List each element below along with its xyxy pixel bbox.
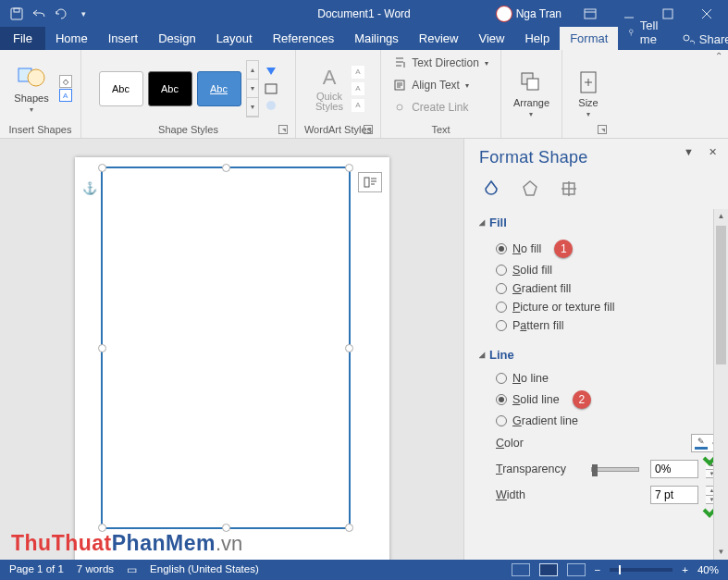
fill-option-gradient[interactable]: Gradient fill xyxy=(479,279,719,298)
tab-insert[interactable]: Insert xyxy=(98,27,149,50)
line-color-label: Color xyxy=(496,437,684,450)
create-link-button: Create Link xyxy=(393,97,468,117)
close-button[interactable] xyxy=(691,0,722,27)
shape-fill-icon[interactable] xyxy=(264,66,278,79)
transparency-input[interactable] xyxy=(650,460,698,478)
zoom-out-button[interactable]: − xyxy=(595,564,601,575)
anchor-icon: ⚓ xyxy=(82,181,97,195)
svg-rect-16 xyxy=(527,79,538,90)
svg-rect-2 xyxy=(585,9,596,19)
wordart-quick-styles: A Quick Styles xyxy=(312,66,347,112)
pane-menu-icon[interactable]: ▼ xyxy=(684,146,694,158)
format-shape-pane: ▼✕ Format Shape Fill No fill1 Solid fill… xyxy=(463,139,728,560)
tab-file[interactable]: File xyxy=(0,27,45,50)
fill-section-header[interactable]: Fill xyxy=(479,216,719,229)
undo-icon[interactable] xyxy=(31,6,46,21)
line-option-no-line[interactable]: No line xyxy=(479,369,719,388)
transparency-slider[interactable] xyxy=(591,467,639,472)
fill-option-no-fill[interactable]: No fill1 xyxy=(479,237,719,261)
shape-style-more[interactable]: ▴▾▾ xyxy=(246,60,259,117)
line-option-gradient[interactable]: Gradient line xyxy=(479,412,719,430)
line-transparency-label: Transparency xyxy=(496,463,584,475)
svg-rect-1 xyxy=(14,8,19,12)
user-name: Nga Tran xyxy=(516,7,561,20)
save-icon[interactable] xyxy=(9,6,24,21)
selected-shape[interactable] xyxy=(101,167,351,529)
tab-help[interactable]: Help xyxy=(514,27,560,50)
document-area[interactable]: ⚓ xyxy=(0,139,463,560)
annotation-badge-1: 1 xyxy=(554,240,573,258)
line-option-solid[interactable]: Solid line2 xyxy=(479,388,719,412)
fill-option-pattern[interactable]: Pattern fill xyxy=(479,316,719,335)
resize-handle[interactable] xyxy=(345,524,353,532)
collapse-ribbon-icon[interactable]: ⌃ xyxy=(715,51,722,61)
tab-mailings[interactable]: Mailings xyxy=(344,27,409,50)
edit-shape-icon[interactable]: ◇ xyxy=(59,75,72,88)
group-insert-shapes: Insert Shapes xyxy=(6,124,75,138)
status-words[interactable]: 7 words xyxy=(77,563,114,576)
fill-option-picture[interactable]: Picture or texture fill xyxy=(479,298,719,316)
svg-rect-12 xyxy=(265,84,277,93)
svg-marker-19 xyxy=(524,181,537,195)
draw-text-box-icon[interactable]: A xyxy=(59,89,72,102)
tab-home[interactable]: Home xyxy=(45,27,98,50)
tab-view[interactable]: View xyxy=(468,27,514,50)
tab-references[interactable]: References xyxy=(263,27,344,50)
redo-icon[interactable] xyxy=(54,6,68,21)
page: ⚓ xyxy=(75,157,389,560)
view-print-layout[interactable] xyxy=(539,563,558,576)
resize-handle[interactable] xyxy=(345,344,353,352)
tab-layout[interactable]: Layout xyxy=(206,27,263,50)
resize-handle[interactable] xyxy=(98,344,106,352)
pane-tab-fill-line[interactable] xyxy=(479,177,503,201)
pane-scrollbar[interactable]: ▲▼ xyxy=(713,209,728,560)
shape-style-2[interactable]: Abc xyxy=(148,71,192,106)
ribbon-display-button[interactable] xyxy=(574,0,606,27)
layout-options-button[interactable] xyxy=(358,172,382,192)
text-outline-icon: A xyxy=(352,82,364,95)
share-button[interactable]: Share xyxy=(672,29,728,50)
arrange-button[interactable]: Arrange▾ xyxy=(508,68,555,120)
shape-style-1[interactable]: Abc xyxy=(99,71,143,106)
svg-point-11 xyxy=(28,69,44,86)
tell-me[interactable]: Tell me xyxy=(618,15,672,50)
zoom-slider[interactable] xyxy=(610,568,672,572)
zoom-in-button[interactable]: + xyxy=(682,564,688,575)
pane-tab-layout[interactable] xyxy=(557,177,581,201)
tab-design[interactable]: Design xyxy=(148,27,205,50)
status-bar: Page 1 of 1 7 words ▭ English (United St… xyxy=(0,560,728,580)
size-dialog-launcher[interactable] xyxy=(598,125,607,134)
shape-styles-dialog-launcher[interactable] xyxy=(278,125,288,134)
shape-effects-icon[interactable] xyxy=(264,99,278,112)
align-text-button[interactable]: Align Text▾ xyxy=(393,75,469,95)
resize-handle[interactable] xyxy=(98,164,106,172)
resize-handle[interactable] xyxy=(222,164,230,172)
zoom-level[interactable]: 40% xyxy=(697,564,719,575)
pane-close-icon[interactable]: ✕ xyxy=(709,146,717,158)
size-button[interactable]: Size▾ xyxy=(573,68,604,120)
text-direction-button[interactable]: Text Direction▾ xyxy=(393,53,488,73)
svg-rect-18 xyxy=(364,178,369,187)
group-shape-styles: Shape Styles xyxy=(87,124,290,138)
status-spellcheck-icon[interactable]: ▭ xyxy=(127,563,137,576)
status-language[interactable]: English (United States) xyxy=(150,563,259,576)
tab-review[interactable]: Review xyxy=(409,27,469,50)
width-input[interactable] xyxy=(650,486,698,504)
line-section-header[interactable]: Line xyxy=(479,348,719,362)
shape-style-3[interactable]: Abc xyxy=(197,71,241,106)
quick-access-toolbar: ▾ xyxy=(0,6,100,21)
customize-qat-icon[interactable]: ▾ xyxy=(76,6,91,21)
tab-format[interactable]: Format xyxy=(560,27,618,50)
group-text: Text xyxy=(387,124,495,138)
status-page[interactable]: Page 1 of 1 xyxy=(9,563,64,576)
resize-handle[interactable] xyxy=(345,164,353,172)
shapes-gallery-button[interactable]: Shapes▾ xyxy=(8,61,54,116)
shape-outline-icon[interactable] xyxy=(264,82,278,95)
view-web-layout[interactable] xyxy=(567,563,586,576)
pane-tab-effects[interactable] xyxy=(518,177,542,201)
view-read-mode[interactable] xyxy=(512,563,530,576)
fill-option-solid[interactable]: Solid fill xyxy=(479,261,719,279)
user-account[interactable]: Nga Tran xyxy=(496,6,561,22)
wordart-dialog-launcher[interactable] xyxy=(364,125,373,134)
ribbon-tabs: File Home Insert Design Layout Reference… xyxy=(0,27,728,50)
